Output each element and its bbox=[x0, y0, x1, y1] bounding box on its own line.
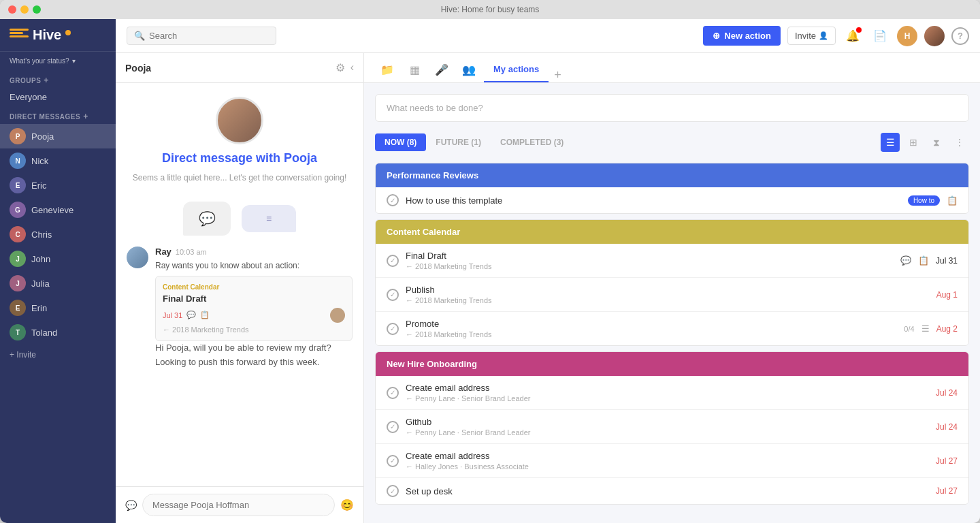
emoji-button[interactable]: 😊 bbox=[340, 498, 354, 511]
user-toland-label: Toland bbox=[31, 328, 57, 338]
dm-intro: Direct message with Pooja Seems a little… bbox=[133, 97, 346, 184]
task-check-desk[interactable]: ✓ bbox=[387, 485, 399, 497]
filter-now[interactable]: NOW (8) bbox=[375, 133, 426, 151]
task-check-promote[interactable]: ✓ bbox=[387, 323, 399, 335]
task-check-publish[interactable]: ✓ bbox=[387, 289, 399, 301]
task-check-email2[interactable]: ✓ bbox=[387, 455, 399, 467]
project-header-performance: Performance Reviews bbox=[376, 163, 968, 187]
avatar-erin: E bbox=[10, 300, 26, 316]
list-icon-promote: ☰ bbox=[921, 323, 930, 334]
close-button[interactable] bbox=[8, 5, 16, 14]
doc-button[interactable]: 📄 bbox=[870, 26, 890, 46]
sidebar-item-john[interactable]: J John bbox=[0, 247, 116, 271]
hi-messages: Hi Pooja, will you be able to review my … bbox=[155, 341, 353, 370]
task-row-github[interactable]: ✓ Github ← Penny Lane · Senior Brand Lea… bbox=[376, 410, 968, 444]
task-input-bar[interactable]: What needs to be done? bbox=[375, 94, 969, 122]
sidebar-item-nick[interactable]: N Nick bbox=[0, 148, 116, 173]
tab-my-actions[interactable]: My actions bbox=[484, 57, 549, 82]
coin-button[interactable]: H bbox=[897, 26, 917, 46]
action-card-title: Final Draft bbox=[163, 294, 345, 304]
groups-section: GROUPS + bbox=[0, 70, 116, 88]
filter-completed[interactable]: COMPLETED (3) bbox=[491, 133, 573, 151]
sidebar-item-julia[interactable]: J Julia bbox=[0, 271, 116, 296]
action-date: Jul 31 bbox=[163, 311, 182, 319]
project-header-content: Content Calendar bbox=[376, 220, 968, 244]
search-input[interactable] bbox=[149, 31, 269, 41]
msg-avatar bbox=[127, 247, 148, 268]
sidebar-item-erin[interactable]: E Erin bbox=[0, 296, 116, 320]
maximize-button[interactable] bbox=[33, 5, 41, 14]
grid-view-button[interactable]: ⊞ bbox=[904, 133, 923, 152]
dm-plus[interactable]: + bbox=[83, 112, 88, 121]
collapse-icon[interactable]: ‹ bbox=[350, 61, 354, 74]
task-row-promote[interactable]: ✓ Promote ← 2018 Marketing Trends 0/4 ☰ … bbox=[376, 312, 968, 345]
settings-icon[interactable]: ⚙ bbox=[336, 61, 345, 74]
invite-header-button[interactable]: Invite 👤 bbox=[787, 27, 836, 45]
msg-sender-name: Ray bbox=[155, 247, 172, 257]
action-card[interactable]: Content Calendar Final Draft Jul 31 💬 📋 … bbox=[155, 276, 353, 341]
task-row-publish[interactable]: ✓ Publish ← 2018 Marketing Trends Aug 1 bbox=[376, 278, 968, 312]
project-name-content: Content Calendar bbox=[387, 227, 460, 237]
action-assignee-avatar bbox=[330, 308, 345, 323]
status-bar[interactable]: What's your status? ▾ bbox=[0, 52, 116, 70]
user-julia-label: Julia bbox=[31, 279, 50, 289]
notifications-button[interactable]: 🔔 bbox=[843, 26, 863, 46]
header: 🔍 ⊕ New action Invite 👤 🔔 bbox=[116, 19, 980, 53]
doc-icon: 📋 bbox=[200, 311, 210, 319]
sidebar-item-toland[interactable]: T Toland bbox=[0, 320, 116, 345]
task-row-final-draft[interactable]: ✓ Final Draft ← 2018 Marketing Trends 💬 … bbox=[376, 244, 968, 278]
hive-logo[interactable]: Hive bbox=[10, 27, 71, 43]
more-options-button[interactable]: ⋮ bbox=[950, 133, 969, 152]
sidebar-item-chris[interactable]: C Chris bbox=[0, 222, 116, 247]
task-row-email2[interactable]: ✓ Create email address ← Halley Jones · … bbox=[376, 444, 968, 478]
tab-mic-icon[interactable]: 🎤 bbox=[429, 58, 454, 82]
project-onboarding: New Hire Onboarding ✓ Create email addre… bbox=[375, 351, 969, 505]
task-row-desk[interactable]: ✓ Set up desk Jul 27 bbox=[376, 478, 968, 504]
app-window: Hive: Home for busy teams Hive What's yo… bbox=[0, 0, 980, 523]
msg-header: Ray 10:03 am bbox=[155, 247, 353, 257]
dm-label: DIRECT MESSAGES + bbox=[10, 112, 106, 121]
action-card-meta: Jul 31 💬 📋 bbox=[163, 308, 345, 323]
hi-msg1: Hi Pooja, will you be able to review my … bbox=[155, 341, 353, 355]
filter-future[interactable]: FUTURE (1) bbox=[426, 133, 491, 151]
sidebar-item-everyone[interactable]: Everyone bbox=[0, 88, 116, 106]
task-name-desk: Set up desk bbox=[406, 486, 929, 496]
task-row[interactable]: ✓ How to use this template How to 📋 bbox=[376, 187, 968, 213]
groups-plus[interactable]: + bbox=[44, 76, 49, 85]
project-header-onboarding: New Hire Onboarding bbox=[376, 352, 968, 376]
sidebar-item-genevieve[interactable]: G Genevieve bbox=[0, 197, 116, 222]
tab-table-icon[interactable]: ▦ bbox=[402, 58, 427, 82]
task-info-github: Github ← Penny Lane · Senior Brand Leade… bbox=[406, 417, 929, 437]
tab-folder-icon[interactable]: 📁 bbox=[375, 58, 399, 82]
sidebar-header: Hive bbox=[0, 19, 116, 52]
task-check-github[interactable]: ✓ bbox=[387, 421, 399, 433]
list-view-button[interactable]: ☰ bbox=[881, 133, 900, 152]
task-info-publish: Publish ← 2018 Marketing Trends bbox=[406, 285, 930, 304]
hive-icon bbox=[10, 29, 29, 42]
task-info-email1: Create email address ← Penny Lane · Seni… bbox=[406, 383, 929, 402]
hive-name: Hive bbox=[33, 27, 61, 43]
invite-button[interactable]: + Invite bbox=[0, 345, 116, 365]
user-chris-label: Chris bbox=[31, 229, 52, 240]
tab-people-icon[interactable]: 👥 bbox=[457, 58, 481, 82]
search-box[interactable]: 🔍 bbox=[127, 27, 276, 45]
task-check-final[interactable]: ✓ bbox=[387, 255, 399, 267]
tab-add-button[interactable]: + bbox=[549, 68, 567, 82]
sidebar-item-eric[interactable]: E Eric bbox=[0, 173, 116, 197]
filter-button[interactable]: ⧗ bbox=[927, 133, 946, 152]
help-button[interactable]: ? bbox=[951, 27, 969, 45]
chat-input-area: 💬 😊 bbox=[116, 486, 363, 523]
sidebar-item-pooja[interactable]: P Pooja bbox=[0, 124, 116, 148]
task-date-github: Jul 24 bbox=[936, 422, 958, 432]
task-check-email1[interactable]: ✓ bbox=[387, 387, 399, 399]
minimize-button[interactable] bbox=[20, 5, 29, 14]
new-action-button[interactable]: ⊕ New action bbox=[703, 26, 781, 46]
bubble-left: 💬 bbox=[183, 202, 231, 236]
task-check[interactable]: ✓ bbox=[387, 194, 399, 206]
user-avatar[interactable] bbox=[924, 26, 945, 46]
chat-input[interactable] bbox=[142, 494, 335, 516]
search-icon: 🔍 bbox=[134, 31, 145, 41]
avatar-nick: N bbox=[10, 153, 26, 169]
chat-message-block: Ray 10:03 am Ray wants you to know about… bbox=[127, 247, 353, 370]
task-row-email1[interactable]: ✓ Create email address ← Penny Lane · Se… bbox=[376, 376, 968, 410]
